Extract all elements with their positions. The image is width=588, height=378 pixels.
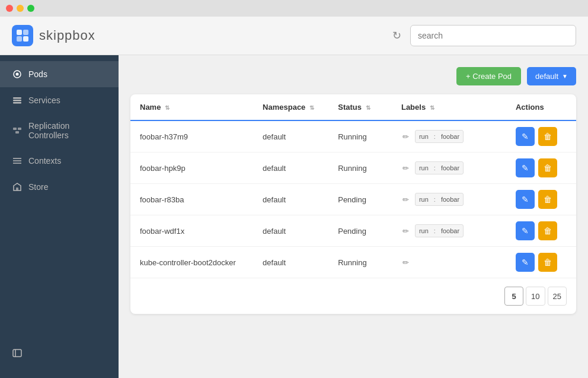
cell-status: Running (328, 153, 392, 184)
namespace-label: default (535, 72, 558, 81)
cell-actions: ✎🗑 (506, 215, 576, 247)
svg-point-5 (16, 73, 19, 76)
svg-rect-11 (15, 131, 19, 134)
labels-sort-icon: ⇅ (430, 104, 434, 111)
cell-actions: ✎🗑 (506, 184, 576, 215)
svg-rect-13 (13, 350, 21, 357)
svg-rect-9 (13, 128, 17, 130)
edit-pod-button[interactable]: ✎ (516, 221, 535, 240)
edit-labels-button[interactable]: ✏ (401, 163, 410, 174)
app-logo-icon (12, 25, 33, 46)
chevron-down-icon: ▼ (562, 73, 568, 80)
header: skippbox ↻ (0, 17, 588, 55)
table-row: foobar-wdf1xdefaultPending✏run:foobar✎🗑 (130, 215, 576, 247)
create-pod-button[interactable]: + Create Pod (456, 67, 521, 85)
page-5-button[interactable]: 5 (504, 287, 523, 306)
cell-namespace: default (253, 215, 328, 247)
svg-rect-8 (13, 102, 21, 104)
content-topbar: + Create Pod default ▼ (130, 67, 576, 85)
svg-rect-12 (16, 188, 18, 190)
col-header-name[interactable]: Name ⇅ (130, 94, 253, 120)
cell-name: foobar-h37m9 (130, 120, 253, 153)
sidebar-item-pods[interactable]: Pods (0, 61, 119, 87)
sidebar-label-services: Services (28, 96, 60, 105)
sidebar-label-contexts: Contexts (28, 156, 61, 166)
cell-name: foobar-hpk9p (130, 153, 253, 184)
collapse-icon (12, 348, 23, 358)
cell-name: foobar-r83ba (130, 184, 253, 215)
table-row: kube-controller-boot2dockerdefaultRunnin… (130, 247, 576, 278)
cell-name: kube-controller-boot2docker (130, 247, 253, 278)
sidebar-item-services[interactable]: Services (0, 87, 119, 113)
col-header-status[interactable]: Status ⇅ (328, 94, 392, 120)
delete-pod-button[interactable]: 🗑 (538, 158, 557, 177)
edit-labels-button[interactable]: ✏ (401, 131, 410, 142)
close-button[interactable] (6, 5, 13, 12)
page-25-button[interactable]: 25 (548, 287, 567, 306)
sidebar-item-collapse[interactable] (0, 340, 119, 366)
app-name: skippbox (39, 28, 95, 43)
refresh-button[interactable]: ↻ (389, 26, 404, 45)
cell-labels: ✏ (392, 247, 506, 278)
delete-pod-button[interactable]: 🗑 (538, 253, 557, 272)
pagination: 5 10 25 (130, 278, 576, 314)
edit-labels-button[interactable]: ✏ (401, 225, 410, 237)
svg-rect-0 (17, 30, 22, 35)
cell-status: Running (328, 120, 392, 153)
col-header-namespace[interactable]: Namespace ⇅ (253, 94, 328, 120)
sidebar-label-pods: Pods (28, 69, 47, 79)
delete-pod-button[interactable]: 🗑 (538, 127, 557, 146)
app-window: skippbox ↻ Pods Services (0, 17, 588, 378)
table-row: foobar-r83badefaultPending✏run:foobar✎🗑 (130, 184, 576, 215)
cell-actions: ✎🗑 (506, 120, 576, 153)
edit-labels-button[interactable]: ✏ (401, 257, 410, 268)
edit-pod-button[interactable]: ✎ (516, 158, 535, 177)
cell-status: Pending (328, 184, 392, 215)
sidebar: Pods Services Replication Controllers Co… (0, 55, 119, 378)
col-header-labels[interactable]: Labels ⇅ (392, 94, 506, 120)
col-header-actions: Actions (506, 94, 576, 120)
main-layout: Pods Services Replication Controllers Co… (0, 55, 588, 378)
sidebar-item-contexts[interactable]: Contexts (0, 148, 119, 174)
edit-labels-button[interactable]: ✏ (401, 194, 410, 205)
cell-actions: ✎🗑 (506, 247, 576, 278)
cell-labels: ✏run:foobar (392, 120, 506, 153)
namespace-dropdown[interactable]: default ▼ (527, 67, 576, 85)
services-icon (12, 95, 23, 106)
svg-rect-1 (23, 30, 28, 35)
cell-namespace: default (253, 184, 328, 215)
sidebar-label-store: Store (28, 182, 48, 192)
svg-rect-2 (17, 36, 22, 42)
delete-pod-button[interactable]: 🗑 (538, 221, 557, 240)
edit-pod-button[interactable]: ✎ (516, 127, 535, 146)
edit-pod-button[interactable]: ✎ (516, 253, 535, 272)
search-input[interactable] (410, 25, 576, 46)
sidebar-label-rc: Replication Controllers (28, 121, 107, 140)
cell-labels: ✏run:foobar (392, 184, 506, 215)
svg-rect-3 (23, 36, 28, 42)
cell-namespace: default (253, 153, 328, 184)
table-row: foobar-h37m9defaultRunning✏run:foobar✎🗑 (130, 120, 576, 153)
delete-pod-button[interactable]: 🗑 (538, 190, 557, 209)
cell-status: Running (328, 247, 392, 278)
pods-table-card: Name ⇅ Namespace ⇅ Status ⇅ (130, 94, 576, 314)
status-sort-icon: ⇅ (366, 104, 370, 111)
svg-rect-10 (18, 128, 21, 130)
sidebar-item-store[interactable]: Store (0, 174, 119, 200)
store-icon (12, 182, 23, 192)
cell-namespace: default (253, 120, 328, 153)
sidebar-item-replication-controllers[interactable]: Replication Controllers (0, 113, 119, 148)
minimize-button[interactable] (17, 5, 24, 12)
maximize-button[interactable] (27, 5, 34, 12)
sidebar-bottom (0, 334, 119, 372)
title-bar (0, 0, 588, 17)
namespace-sort-icon: ⇅ (309, 104, 314, 111)
rc-icon (12, 125, 23, 136)
cell-status: Pending (328, 215, 392, 247)
pods-table: Name ⇅ Namespace ⇅ Status ⇅ (130, 94, 576, 278)
pods-icon (12, 69, 23, 80)
edit-pod-button[interactable]: ✎ (516, 190, 535, 209)
svg-rect-7 (13, 100, 21, 101)
contexts-icon (12, 155, 23, 166)
page-10-button[interactable]: 10 (526, 287, 545, 306)
